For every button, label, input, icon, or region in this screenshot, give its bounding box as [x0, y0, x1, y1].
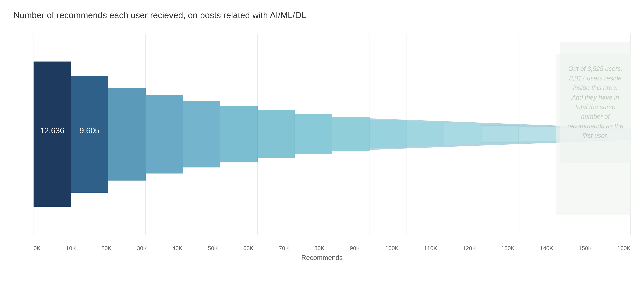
chart-container: Number of recommends each user recieved,…: [0, 0, 644, 292]
x-label-150k: 150K: [578, 245, 592, 252]
x-label-140k: 140K: [540, 245, 553, 252]
annotation-box: Out of 3,525 users, 3,017 users reside i…: [560, 42, 630, 163]
svg-rect-3: [146, 95, 183, 173]
x-axis: 0K 10K 20K 30K 40K 50K 60K 70K 80K 90K 1…: [34, 245, 630, 252]
x-label-120k: 120K: [462, 245, 476, 252]
svg-rect-14: [519, 127, 556, 142]
svg-rect-5: [220, 106, 258, 162]
x-label-10k: 10K: [66, 245, 76, 252]
svg-text:9,605: 9,605: [80, 126, 100, 135]
x-axis-title: Recommends: [14, 254, 630, 262]
x-label-60k: 60K: [243, 245, 254, 252]
svg-rect-7: [295, 114, 332, 154]
svg-rect-4: [183, 101, 220, 167]
x-label-90k: 90K: [350, 245, 360, 252]
svg-rect-10: [370, 120, 407, 148]
chart-area: 12,636 9,605 Out of 3,525 users, 3,017 u…: [14, 33, 630, 235]
annotation-text: Out of 3,525 users, 3,017 users reside i…: [567, 64, 624, 140]
svg-text:12,636: 12,636: [40, 126, 64, 135]
x-label-30k: 30K: [137, 245, 147, 252]
x-label-70k: 70K: [279, 245, 289, 252]
svg-rect-6: [258, 110, 295, 158]
svg-rect-2: [108, 88, 146, 180]
x-label-110k: 110K: [424, 245, 437, 252]
x-label-130k: 130K: [501, 245, 514, 252]
x-label-40k: 40K: [172, 245, 183, 252]
x-label-50k: 50K: [208, 245, 218, 252]
chart-title: Number of recommends each user recieved,…: [14, 10, 630, 20]
x-label-80k: 80K: [314, 245, 324, 252]
svg-rect-11: [407, 122, 444, 146]
svg-rect-12: [444, 124, 482, 144]
x-label-160k: 160K: [617, 245, 630, 252]
svg-rect-13: [481, 126, 519, 143]
x-label-0k: 0K: [34, 245, 40, 252]
x-label-20k: 20K: [101, 245, 112, 252]
histogram-svg: 12,636 9,605: [34, 33, 630, 235]
svg-rect-9: [332, 117, 370, 151]
x-label-100k: 100K: [385, 245, 398, 252]
